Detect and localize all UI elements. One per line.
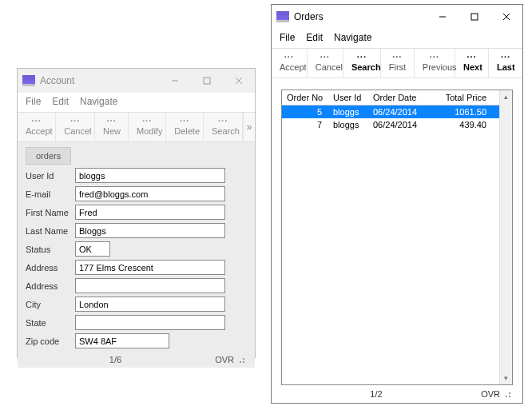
account-window: Account File Edit Navigate ···Accept ···… <box>17 68 256 358</box>
menu-edit[interactable]: Edit <box>306 32 323 43</box>
orders-status-mode: OVR <box>471 389 500 399</box>
toolbar-search[interactable]: ···Search <box>343 49 381 78</box>
minimize-button[interactable] <box>427 5 459 29</box>
label-address1: Address <box>26 263 75 273</box>
toolbar-accept[interactable]: ···Accept <box>272 49 308 78</box>
input-zip[interactable] <box>75 333 169 348</box>
toolbar-accept[interactable]: ···Accept <box>18 113 56 141</box>
orders-menubar: File Edit Navigate <box>272 29 522 48</box>
menu-file[interactable]: File <box>280 32 295 43</box>
maximize-button[interactable] <box>459 5 490 29</box>
table-header-row: Order No User Id Order Date Total Price <box>282 90 499 105</box>
vertical-scrollbar[interactable]: ▴ ▾ <box>499 90 512 384</box>
orders-toolbar: ···Accept ···Cancel ···Search ···First ·… <box>272 48 522 78</box>
toolbar-cancel[interactable]: ···Cancel <box>308 49 343 78</box>
svg-rect-5 <box>471 14 478 20</box>
toolbar-new[interactable]: ···New <box>95 113 129 141</box>
menu-edit[interactable]: Edit <box>52 96 69 107</box>
account-toolbar: ···Accept ···Cancel ···New ···Modify ···… <box>18 112 255 142</box>
maximize-button[interactable] <box>191 69 223 93</box>
input-state[interactable] <box>75 315 225 330</box>
table-row[interactable]: 5 bloggs 06/24/2014 1061.50 <box>282 105 499 118</box>
account-status-position: 1/6 <box>26 355 205 364</box>
app-icon <box>22 75 35 86</box>
orders-titlebar[interactable]: Orders <box>272 5 522 29</box>
toolbar-cancel[interactable]: ···Cancel <box>56 113 95 141</box>
col-order-date[interactable]: Order Date <box>368 90 431 105</box>
input-last-name[interactable] <box>75 223 225 238</box>
toolbar-delete[interactable]: ···Delete <box>166 113 204 141</box>
resize-grip-icon[interactable] <box>236 354 247 365</box>
close-button[interactable] <box>223 69 255 93</box>
toolbar-search[interactable]: ···Search <box>204 113 243 141</box>
col-total-price[interactable]: Total Price <box>431 90 491 105</box>
close-button[interactable] <box>490 5 522 29</box>
input-city[interactable] <box>75 297 225 312</box>
menu-navigate[interactable]: Navigate <box>80 96 117 107</box>
toolbar-next[interactable]: ···Next <box>455 49 489 78</box>
col-order-no[interactable]: Order No <box>282 90 328 105</box>
toolbar-previous[interactable]: ···Previous <box>415 49 455 78</box>
cell-order-date: 06/24/2014 <box>368 118 431 131</box>
cell-total-price: 1061.50 <box>431 105 491 118</box>
account-titlebar[interactable]: Account <box>18 69 255 93</box>
scroll-up-icon[interactable]: ▴ <box>500 90 512 103</box>
input-email[interactable] <box>75 186 225 201</box>
cell-user-id: bloggs <box>328 118 368 131</box>
toolbar-first[interactable]: ···First <box>381 49 415 78</box>
svg-rect-1 <box>204 78 210 84</box>
minimize-button[interactable] <box>159 69 191 93</box>
label-status: Status <box>26 245 75 254</box>
toolbar-overflow-icon[interactable]: » <box>243 113 255 141</box>
account-body: orders User Id E-mail First Name Last Na… <box>18 142 255 368</box>
account-title: Account <box>40 75 74 86</box>
scroll-down-icon[interactable]: ▾ <box>500 372 512 384</box>
menu-file[interactable]: File <box>26 96 41 107</box>
resize-grip-icon[interactable] <box>502 388 513 400</box>
label-address2: Address <box>26 281 75 291</box>
label-first-name: First Name <box>26 208 75 217</box>
orders-window: Orders File Edit Navigate ···Accept ···C… <box>271 4 523 404</box>
toolbar-last[interactable]: ···Last <box>489 49 522 78</box>
orders-status-position: 1/2 <box>281 389 471 399</box>
orders-body: Order No User Id Order Date Total Price … <box>272 78 522 403</box>
col-user-id[interactable]: User Id <box>328 90 368 105</box>
cell-order-no: 5 <box>282 105 328 118</box>
orders-statusbar: 1/2 OVR <box>281 385 513 403</box>
input-status[interactable] <box>75 241 110 257</box>
account-statusbar: 1/6 OVR <box>26 352 247 368</box>
cell-user-id: bloggs <box>328 105 368 118</box>
label-city: City <box>26 300 75 309</box>
cell-order-no: 7 <box>282 118 328 131</box>
orders-button[interactable]: orders <box>26 147 71 165</box>
label-last-name: Last Name <box>26 226 75 236</box>
cell-order-date: 06/24/2014 <box>368 105 431 118</box>
app-icon <box>276 11 289 22</box>
orders-table: Order No User Id Order Date Total Price … <box>281 90 513 385</box>
label-user-id: User Id <box>26 171 75 181</box>
table-row[interactable]: 7 bloggs 06/24/2014 439.40 <box>282 118 499 131</box>
menu-navigate[interactable]: Navigate <box>334 32 371 43</box>
cell-total-price: 439.40 <box>431 118 491 131</box>
label-state: State <box>26 318 75 328</box>
label-email: E-mail <box>26 189 75 199</box>
account-status-mode: OVR <box>205 355 234 364</box>
orders-title: Orders <box>294 11 324 22</box>
toolbar-modify[interactable]: ···Modify <box>129 113 166 141</box>
input-first-name[interactable] <box>75 205 225 220</box>
input-address1[interactable] <box>75 260 225 275</box>
input-user-id[interactable] <box>75 168 225 183</box>
input-address2[interactable] <box>75 278 225 293</box>
label-zip: Zip code <box>26 336 75 346</box>
account-menubar: File Edit Navigate <box>18 93 255 112</box>
